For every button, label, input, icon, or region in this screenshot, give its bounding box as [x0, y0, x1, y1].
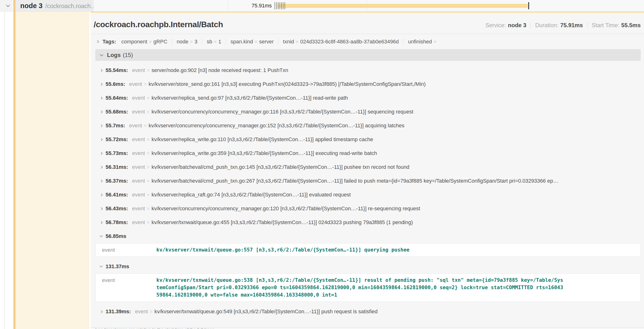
log-row-chevron-icon [100, 221, 103, 224]
log-row-chevron-icon [100, 234, 103, 237]
tag-value: gRPC [154, 38, 168, 44]
span-row-gutter [0, 0, 12, 12]
log-equals-icon: = [147, 178, 150, 184]
detail-accent-column [16, 12, 90, 329]
log-row-chevron-icon [100, 124, 103, 127]
tag-separator [403, 38, 404, 45]
log-row[interactable]: 55.7ms:event=kv/kvserver/concurrency/con… [90, 119, 644, 132]
log-detail-field-key: event [102, 246, 156, 254]
log-equals-icon: = [147, 220, 150, 225]
log-equals-icon: = [144, 82, 147, 87]
tags-label: Tags: [102, 38, 116, 45]
span-service-name: node 3 [20, 2, 42, 10]
tag-separator [226, 38, 226, 45]
log-field-key: event [132, 178, 145, 184]
log-equals-icon: = [150, 309, 152, 314]
log-row-chevron-icon [100, 110, 103, 114]
tag-key: component [121, 38, 147, 44]
log-detail-card: eventkv/kvserver/txnwait/queue.go:538 [n… [95, 274, 641, 302]
log-field-key: event [132, 219, 145, 226]
log-detail-message: kv/kvserver/txnwait/queue.go:538 [n3,s3,… [156, 276, 565, 299]
log-field-key: event [132, 109, 145, 115]
span-detail-panel: /cockroach.roachpb.Internal/Batch Servic… [90, 12, 644, 329]
span-overview: Service: node 3 Duration: 75.91ms Start … [485, 22, 641, 29]
start-time-label: Start Time: [592, 22, 620, 28]
span-end-log-tick [528, 2, 529, 9]
log-equals-icon: = [147, 192, 150, 198]
log-tick-marks [274, 2, 286, 9]
log-field-key: event [132, 206, 145, 212]
tags-row[interactable]: Tags: component=gRPCnode=3sb=1span.kind=… [90, 34, 644, 49]
tag-equals-icon: = [190, 39, 193, 44]
log-message: server/node.go:902 [n3] node received re… [152, 67, 288, 74]
left-rail-divider [4, 0, 4, 329]
log-row[interactable]: 55.72ms:event=kv/kvserver/replica_write.… [90, 132, 644, 146]
span-color-stripe [13, 0, 16, 329]
logs-section-header[interactable]: Logs (15) [95, 49, 641, 61]
log-message: kv/kvserver/store_send.go:161 [n3,s3] ex… [148, 81, 426, 87]
log-timestamp: 55.64ms: [106, 95, 128, 101]
log-row[interactable]: 55.73ms:event=kv/kvserver/replica_write.… [90, 146, 644, 160]
log-row-chevron-icon [100, 96, 103, 100]
log-message: kv/kvserver/concurrency/concurrency_mana… [152, 206, 420, 212]
log-detail-field-key: event [102, 276, 156, 299]
tag-item: sb=1 [207, 38, 221, 45]
log-row[interactable]: 56.37ms:event=kv/kvserver/batcheval/cmd_… [90, 174, 644, 188]
logs-footnote: Log timestamps are relative to the start… [95, 324, 641, 329]
log-row[interactable]: 56.31ms:event=kv/kvserver/batcheval/cmd_… [90, 160, 644, 174]
log-row[interactable]: 131.39ms:event=kv/kvserver/txnwait/queue… [90, 305, 644, 318]
start-time-value: 55.5ms [621, 22, 641, 28]
span-name-cell[interactable]: node 3 /cockroach.roach… [13, 0, 94, 12]
log-timestamp: 55.72ms: [106, 136, 128, 142]
tag-key: node [176, 38, 188, 44]
log-row[interactable]: 55.6ms:event=kv/kvserver/store_send.go:1… [90, 77, 644, 91]
duration-value: 75.91ms [560, 22, 583, 28]
log-message: kv/kvserver/replica_write.go:359 [n3,s3,… [152, 150, 377, 156]
tag-key: unfinished [408, 38, 432, 44]
tag-item: node=3 [176, 38, 197, 45]
log-row[interactable]: 55.68ms:event=kv/kvserver/concurrency/co… [90, 105, 644, 119]
log-expanded-header[interactable]: 56.85ms [90, 229, 644, 243]
logs-title: Logs [107, 52, 120, 58]
log-field-key: event [132, 67, 145, 74]
log-message: kv/kvserver/concurrency/concurrency_mana… [148, 122, 404, 129]
log-field-key: event [129, 122, 142, 129]
log-message: kv/kvserver/batcheval/cmd_push_txn.go:14… [152, 164, 410, 170]
log-expanded-header[interactable]: 131.37ms [90, 260, 644, 274]
span-bar[interactable] [278, 4, 528, 8]
tag-equals-icon: = [214, 39, 217, 44]
log-field-key: event [132, 164, 145, 170]
tag-equals-icon: = [149, 39, 152, 44]
log-field-key: event [132, 136, 145, 142]
log-row-chevron-icon [100, 138, 103, 141]
log-equals-icon: = [144, 123, 147, 128]
log-equals-icon: = [147, 164, 150, 170]
tag-equals-icon: = [434, 39, 436, 44]
log-row[interactable]: 56.41ms:event=kv/kvserver/replica_raft.g… [90, 188, 644, 202]
log-row[interactable]: 55.64ms:event=kv/kvserver/replica_send.g… [90, 91, 644, 105]
log-row-chevron-icon [100, 69, 103, 72]
log-row[interactable]: 56.43ms:event=kv/kvserver/concurrency/co… [90, 202, 644, 216]
log-message: kv/kvserver/txnwait/queue.go:455 [n3,s3,… [152, 219, 413, 226]
log-timestamp: 56.85ms [106, 233, 126, 239]
overview-separator [587, 22, 588, 28]
tag-item: component=gRPC [121, 38, 167, 45]
tag-item: span.kind=server [230, 38, 274, 45]
log-message: kv/kvserver/concurrency/concurrency_mana… [152, 109, 414, 115]
log-row[interactable]: 56.78ms:event=kv/kvserver/txnwait/queue.… [90, 216, 644, 229]
tag-item: unfinished= [408, 38, 438, 45]
log-row-chevron-icon [100, 166, 103, 169]
log-timestamp: 55.6ms: [106, 81, 125, 87]
log-row[interactable]: 55.54ms:event=server/node.go:902 [n3] no… [90, 64, 644, 77]
tags-list: component=gRPCnode=3sb=1span.kind=server… [121, 38, 438, 45]
tag-equals-icon: = [296, 39, 299, 44]
log-message: kv/kvserver/batcheval/cmd_push_txn.go:26… [152, 178, 558, 184]
log-equals-icon: = [147, 206, 150, 212]
log-equals-icon: = [147, 151, 150, 156]
log-field-key: event [132, 192, 145, 198]
span-bar-row[interactable]: node 3 /cockroach.roach… 75.91ms [0, 0, 644, 12]
log-message: kv/kvserver/replica_write.go:110 [n3,s3,… [152, 136, 373, 142]
service-label: Service: [485, 22, 506, 28]
tag-key: sb [207, 38, 212, 44]
tag-separator [172, 38, 172, 45]
